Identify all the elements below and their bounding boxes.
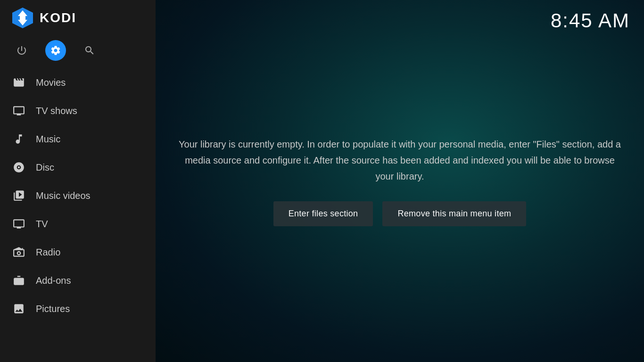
sidebar-item-radio[interactable]: Radio <box>0 238 156 266</box>
remove-menu-item-button[interactable]: Remove this main menu item <box>382 201 526 226</box>
library-empty-state: Your library is currently empty. In orde… <box>156 0 644 362</box>
search-button[interactable] <box>79 40 100 61</box>
action-buttons: Enter files section Remove this main men… <box>273 201 527 226</box>
sidebar-item-music-videos-label: Music videos <box>36 190 91 201</box>
movies-icon <box>11 75 26 90</box>
library-message: Your library is currently empty. In orde… <box>174 136 625 184</box>
sidebar-item-disc[interactable]: Disc <box>0 153 156 181</box>
sidebar: KODI Movies <box>0 0 156 362</box>
sidebar-item-radio-label: Radio <box>36 247 60 258</box>
sidebar-item-movies-label: Movies <box>36 77 66 88</box>
sidebar-item-pictures-label: Pictures <box>36 304 70 314</box>
disc-icon <box>11 160 26 175</box>
sidebar-header: KODI <box>0 0 156 35</box>
kodi-logo-icon <box>11 7 34 29</box>
sidebar-item-music-label: Music <box>36 134 60 145</box>
tv-shows-icon <box>11 103 26 118</box>
power-button[interactable] <box>11 40 32 61</box>
gear-icon <box>50 45 61 56</box>
sidebar-item-tv-shows-label: TV shows <box>36 106 77 116</box>
search-icon <box>84 45 95 56</box>
power-icon <box>16 45 27 56</box>
sidebar-item-music[interactable]: Music <box>0 125 156 153</box>
sidebar-item-pictures[interactable]: Pictures <box>0 295 156 323</box>
radio-icon <box>11 245 26 260</box>
sidebar-item-movies[interactable]: Movies <box>0 68 156 97</box>
app-title: KODI <box>40 10 76 25</box>
sidebar-item-music-videos[interactable]: Music videos <box>0 181 156 210</box>
sidebar-item-tv-label: TV <box>36 219 48 230</box>
add-ons-icon <box>11 273 26 288</box>
sidebar-item-disc-label: Disc <box>36 162 54 173</box>
music-videos-icon <box>11 188 26 203</box>
sidebar-nav: Movies TV shows Music Disc <box>0 68 156 323</box>
sidebar-icon-row <box>0 35 156 68</box>
tv-icon <box>11 216 26 231</box>
sidebar-item-tv[interactable]: TV <box>0 210 156 238</box>
clock: 8:45 AM <box>551 9 630 32</box>
sidebar-item-add-ons[interactable]: Add-ons <box>0 266 156 295</box>
sidebar-item-add-ons-label: Add-ons <box>36 275 71 286</box>
music-icon <box>11 132 26 147</box>
main-content: 8:45 AM Your library is currently empty.… <box>156 0 644 362</box>
enter-files-section-button[interactable]: Enter files section <box>273 201 373 226</box>
settings-button[interactable] <box>45 40 66 61</box>
pictures-icon <box>11 301 26 316</box>
sidebar-item-tv-shows[interactable]: TV shows <box>0 97 156 125</box>
